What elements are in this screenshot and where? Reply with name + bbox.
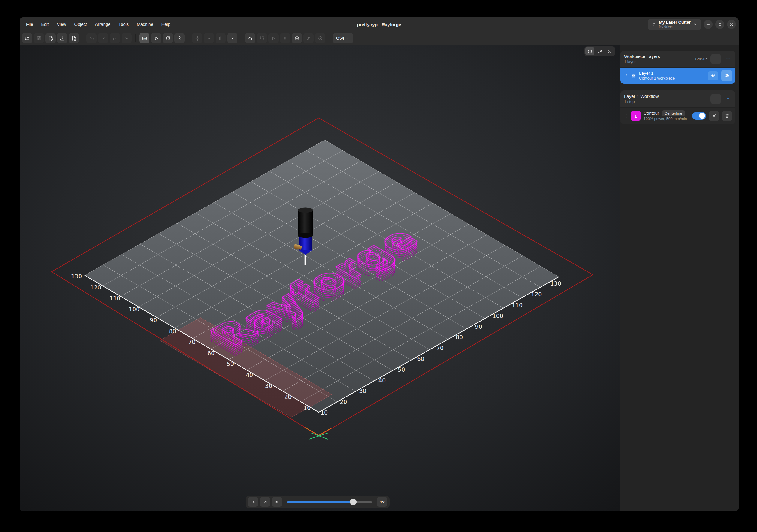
workflow-step-row[interactable]: 1 Contour Centerline 100% power, 500 mm/… [621, 108, 735, 124]
collapse-layers-button[interactable] [724, 55, 732, 63]
distribute-icon [218, 36, 223, 41]
play-button[interactable] [151, 33, 161, 43]
save-as-icon [48, 36, 53, 41]
collapse-workflow-button[interactable] [724, 95, 732, 103]
toolbar-separator [188, 34, 189, 42]
play-button[interactable] [248, 497, 258, 507]
menu-file[interactable]: File [26, 22, 33, 27]
slider-handle[interactable] [350, 499, 357, 505]
laser-off-button [303, 33, 314, 43]
axis-tick-label: 50 [398, 366, 405, 373]
step-enabled-toggle[interactable] [692, 112, 706, 120]
import-icon [60, 36, 65, 41]
folder-open-button[interactable] [22, 33, 32, 43]
menu-help[interactable]: Help [162, 22, 170, 27]
axis-tick-label: 20 [284, 393, 291, 400]
minimize-button[interactable] [704, 20, 712, 29]
frame-button [257, 33, 267, 43]
toolbar-separator [241, 34, 241, 42]
drag-handle-icon[interactable] [623, 114, 628, 118]
show-travel-moves-button[interactable] [595, 47, 604, 55]
scene-svg: 1020304050607080901001101201301020304050… [19, 45, 620, 511]
clear-view-button[interactable] [605, 47, 614, 55]
stop-icon [294, 36, 300, 41]
save-as-button[interactable] [45, 33, 55, 43]
menu-object[interactable]: Object [75, 22, 87, 27]
step-mode-badge: Centerline [661, 110, 685, 116]
align-center-button [192, 33, 202, 43]
menu-edit[interactable]: Edit [41, 22, 48, 27]
axis-tick-label: 40 [378, 377, 386, 384]
menu-view[interactable]: View [57, 22, 66, 27]
axis-tick-label: 120 [531, 291, 542, 297]
step-name: Contour [644, 111, 659, 116]
add-step-button[interactable] [711, 94, 721, 104]
app-window: FileEditViewObjectArrangeToolsMachineHel… [19, 17, 739, 511]
playback-speed-button[interactable]: 1x [377, 497, 387, 507]
axis-tick-label: 90 [475, 323, 482, 330]
redo-icon [112, 36, 118, 41]
toggle-knob [699, 113, 705, 119]
menu-machine[interactable]: Machine [137, 22, 153, 27]
toolbar-separator [329, 34, 329, 42]
simulation-progress-slider[interactable] [287, 497, 372, 507]
undo-button [86, 33, 97, 43]
menu-tools[interactable]: Tools [119, 22, 129, 27]
axis-tick-label: 30 [359, 388, 367, 394]
wcs-select[interactable]: G54 [333, 33, 353, 43]
view-3d-button[interactable] [139, 33, 149, 43]
axis-tick-label: 100 [493, 313, 503, 319]
axis-tick-label: 100 [129, 306, 139, 313]
time-estimate: ~6m50s [693, 57, 708, 61]
import-button[interactable] [57, 33, 67, 43]
menu-arrange[interactable]: Arrange [95, 22, 110, 27]
machine-status: No driver [659, 25, 691, 28]
maximize-button[interactable] [715, 20, 724, 29]
menubar: FileEditViewObjectArrangeToolsMachineHel… [19, 22, 170, 27]
close-button[interactable] [727, 20, 736, 29]
layer-settings-button[interactable] [708, 72, 718, 80]
perspective-view-button[interactable] [585, 47, 594, 55]
step-number-badge: 1 [631, 111, 641, 121]
tool-head-button[interactable] [174, 33, 185, 43]
simulation-playbar: 1x [246, 496, 390, 508]
home-button[interactable] [245, 33, 255, 43]
layer-row-selected[interactable]: Layer 1 Contour 1 workpiece [621, 68, 735, 84]
step-settings-button[interactable] [709, 111, 719, 121]
axis-tick-label: 80 [456, 334, 463, 340]
axis-tick-label: 70 [188, 339, 196, 345]
axis-tick-label: 80 [169, 328, 176, 334]
play-icon [154, 36, 159, 41]
panel-subtitle: 1 layer [624, 59, 660, 64]
stop-button[interactable] [292, 33, 302, 43]
save-button [34, 33, 44, 43]
drag-handle-icon[interactable] [623, 74, 628, 78]
laser-dot-button [315, 33, 325, 43]
add-layer-button[interactable] [711, 54, 721, 64]
skip-to-end-button[interactable] [272, 497, 282, 507]
step-params: 100% power, 500 mm/min [644, 117, 689, 121]
step-delete-button[interactable] [722, 111, 732, 121]
undo-icon [89, 36, 94, 41]
chevron-down-icon [693, 22, 697, 26]
export-icon [72, 36, 76, 41]
refresh-button[interactable] [163, 33, 173, 43]
laser-off-icon [306, 36, 311, 41]
export-button[interactable] [69, 33, 79, 43]
home-icon [248, 36, 253, 41]
workpiece-layers-header: Workpiece Layers 1 layer ~6m50s [621, 51, 735, 68]
chevron-down-button [98, 33, 108, 43]
send-button [268, 33, 279, 43]
layer-visibility-button[interactable] [721, 70, 732, 81]
workspace-3d-view[interactable]: 1020304050607080901001101201301020304050… [19, 45, 620, 511]
workflow-header: Layer 1 Workflow 1 step [621, 90, 735, 108]
machine-selector[interactable]: My Laser Cutter No driver [648, 19, 701, 30]
axis-tick-label: 20 [340, 398, 347, 405]
skip-to-start-button[interactable] [260, 497, 270, 507]
chevron-down-button[interactable] [227, 33, 237, 43]
align-center-icon [195, 36, 200, 41]
layer-name: Layer 1 [639, 71, 705, 76]
frame-icon [259, 36, 264, 41]
panel-title: Workpiece Layers [624, 54, 660, 59]
view-3d-icon [142, 36, 147, 41]
